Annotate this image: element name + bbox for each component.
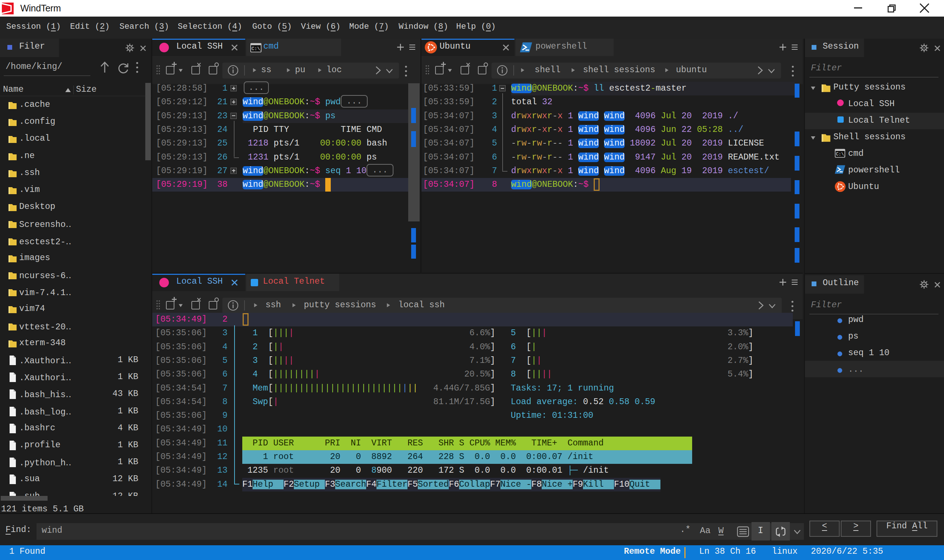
svg-text:C:\_: C:\_ — [836, 152, 845, 157]
svg-text:C:\_: C:\_ — [251, 46, 261, 52]
